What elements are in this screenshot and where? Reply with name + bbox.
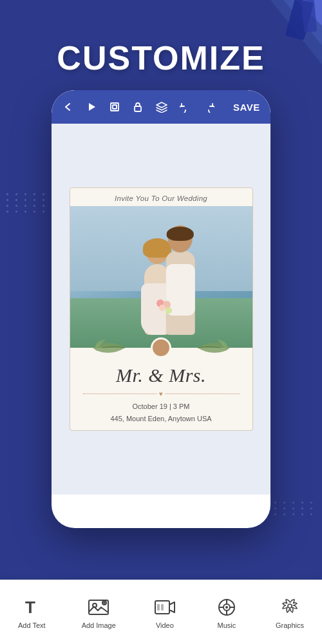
toolbar: SAVE [52, 90, 270, 124]
left-leaf-icon [90, 338, 128, 357]
layers-button[interactable] [152, 99, 171, 115]
add-text-label: Add Text [18, 621, 46, 629]
svg-rect-8 [135, 106, 141, 111]
nav-item-add-text[interactable]: T Add Text [10, 591, 53, 634]
nav-item-add-image[interactable]: Add Image [74, 591, 124, 634]
svg-point-20 [225, 606, 228, 609]
svg-text:T: T [25, 598, 35, 617]
frame-button[interactable] [106, 99, 124, 115]
svg-rect-7 [113, 105, 117, 109]
bottom-navigation: T Add Text Add Image [0, 580, 322, 644]
nav-item-music[interactable]: Music [206, 591, 247, 634]
video-icon [152, 596, 178, 619]
wedding-card: Invite You To Our Wedding [70, 187, 253, 431]
event-date: October 19 | 3 PM [70, 399, 252, 415]
nav-item-graphics[interactable]: Graphics [268, 591, 312, 634]
nav-item-video[interactable]: Video [144, 591, 185, 634]
undo-button[interactable] [176, 99, 194, 115]
graphics-icon [277, 596, 303, 619]
add-image-icon [86, 596, 111, 619]
card-leaves-decoration [70, 336, 252, 359]
card-divider: ♥ [70, 389, 252, 399]
redo-button[interactable] [200, 99, 218, 115]
play-button[interactable] [82, 99, 100, 115]
music-label: Music [218, 621, 236, 629]
svg-point-25 [288, 604, 292, 608]
svg-rect-6 [111, 103, 118, 111]
center-circle [151, 337, 171, 358]
couple-names: Mr. & Mrs. [70, 359, 252, 389]
svg-rect-17 [161, 604, 164, 611]
couple-photo [70, 206, 252, 348]
add-image-label: Add Image [82, 621, 116, 629]
add-text-icon: T [19, 596, 44, 619]
page-title: CUSTOMIZE [0, 39, 322, 77]
graphics-label: Graphics [276, 621, 304, 629]
video-label: Video [156, 621, 174, 629]
save-button[interactable]: SAVE [228, 99, 265, 115]
back-button[interactable] [59, 99, 77, 115]
lock-button[interactable] [129, 99, 147, 115]
svg-marker-5 [89, 103, 95, 111]
svg-rect-16 [157, 604, 160, 611]
right-leaf-icon [194, 338, 233, 357]
heart-icon: ♥ [159, 390, 163, 397]
phone-mockup: SAVE Invite You To Our Wedding [52, 90, 270, 528]
card-area: Invite You To Our Wedding [52, 124, 270, 495]
music-icon [214, 596, 240, 619]
invite-text: Invite You To Our Wedding [70, 188, 252, 206]
event-address: 445, Mount Eden, Anytown USA [70, 415, 252, 430]
